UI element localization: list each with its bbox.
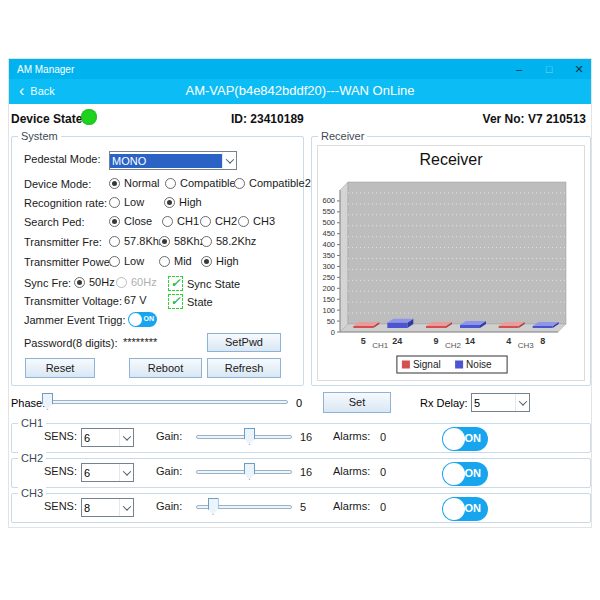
radio-searchped-ch2[interactable]: CH2 (200, 215, 237, 227)
phase-label: Phase: (11, 397, 45, 409)
svg-text:350: 350 (322, 251, 335, 260)
transmitter-fre-label: Transmitter Fre: (24, 236, 102, 248)
sync-fre-row: Sync Fre: 50Hz 60Hz ✓Sync State (12, 275, 303, 291)
ch1-gain-value: 16 (300, 431, 312, 443)
radio-recognition-low[interactable]: Low (109, 196, 144, 208)
radio-fre-58-2[interactable]: 58.2Khz (201, 235, 256, 247)
system-panel-title: System (18, 130, 61, 142)
maximize-icon[interactable]: □ (541, 63, 557, 75)
svg-text:8: 8 (540, 336, 545, 346)
radio-device-compatible1[interactable]: Compatible1 (165, 177, 242, 189)
title-bar: AM Manager – □ ✕ (9, 59, 591, 79)
search-ped-label: Search Ped: (24, 216, 85, 228)
app-title: AM Manager (17, 64, 74, 75)
minimize-icon[interactable]: – (511, 63, 527, 75)
slider-thumb[interactable] (42, 393, 53, 410)
setpwd-button[interactable]: SetPwd (207, 333, 281, 352)
transmitter-voltage-value: 67 V (124, 294, 147, 306)
nav-bar: ‹ Back AM-VAP(b4e842bddf20)---WAN OnLine (9, 79, 591, 104)
phase-value: 0 (296, 397, 302, 409)
ch3-alarms-value: 0 (380, 501, 386, 513)
radio-searchped-ch1[interactable]: CH1 (162, 215, 199, 227)
close-icon[interactable]: ✕ (571, 63, 587, 76)
svg-text:50: 50 (327, 317, 335, 326)
slider-thumb[interactable] (244, 463, 255, 480)
radio-sync-60hz: 60Hz (116, 276, 157, 288)
radio-device-compatible2[interactable]: Compatible2 (234, 177, 311, 189)
device-id: ID: 23410189 (231, 112, 304, 126)
svg-text:250: 250 (322, 273, 335, 282)
receiver-panel-title: Receiver (318, 130, 367, 142)
state-check[interactable]: ✓State (168, 294, 213, 309)
transmitter-voltage-row: Transmitter Voltage: 67 V ✓State (12, 293, 303, 309)
svg-text:100: 100 (322, 306, 335, 315)
sync-state-check[interactable]: ✓Sync State (168, 276, 240, 291)
chevron-down-icon (515, 394, 529, 411)
jammer-label: Jammer Event Trigg: (24, 314, 125, 326)
device-state-indicator (81, 109, 97, 125)
radio-power-high[interactable]: High (201, 255, 239, 267)
ch1-panel-title: CH1 (18, 417, 46, 429)
radio-fre-58[interactable]: 58Khz (159, 235, 205, 247)
toggle-knob (443, 428, 465, 450)
radio-searchped-ch3[interactable]: CH3 (238, 215, 275, 227)
reset-button[interactable]: Reset (25, 358, 95, 378)
gain-label: Gain: (156, 430, 182, 442)
svg-text:600: 600 (322, 196, 335, 205)
check-icon: ✓ (168, 276, 183, 291)
radio-searchped-close[interactable]: Close (109, 215, 152, 227)
recognition-rate-row: Recognition rate: Low High (12, 195, 303, 211)
radio-fre-57-8[interactable]: 57.8Khz (109, 235, 164, 247)
pedestal-mode-select[interactable]: MONO (109, 151, 237, 170)
ch3-toggle[interactable]: ON (442, 497, 488, 521)
pedestal-mode-row: Pedestal Mode: MONO (12, 151, 303, 167)
refresh-button[interactable]: Refresh (207, 358, 281, 378)
alarms-label: Alarms: (333, 500, 370, 512)
radio-power-low[interactable]: Low (109, 255, 144, 267)
rx-delay-label: Rx Delay: (420, 397, 468, 409)
toggle-knob (443, 498, 465, 520)
phase-slider[interactable] (42, 393, 288, 411)
ch3-gain-slider[interactable] (196, 498, 292, 516)
ch2-gain-slider[interactable] (196, 463, 292, 481)
system-panel: System Pedestal Mode: MONO Device Mode: … (11, 136, 304, 386)
set-button[interactable]: Set (323, 392, 391, 413)
svg-text:24: 24 (392, 336, 402, 346)
radio-recognition-high[interactable]: High (164, 196, 202, 208)
gain-label: Gain: (156, 465, 182, 477)
ch2-sens-select[interactable]: 6 (81, 463, 134, 482)
transmitter-voltage-label: Transmitter Voltage: (24, 295, 122, 307)
radio-device-normal[interactable]: Normal (109, 177, 159, 189)
password-value: ******** (123, 336, 157, 348)
toggle-knob (129, 313, 142, 326)
sens-label: SENS: (44, 465, 77, 477)
svg-text:9: 9 (433, 336, 438, 346)
radio-sync-50hz[interactable]: 50Hz (74, 276, 115, 288)
svg-text:300: 300 (322, 262, 335, 271)
ch3-sens-select[interactable]: 8 (81, 498, 134, 517)
ch3-gain-value: 5 (300, 501, 306, 513)
slider-thumb[interactable] (244, 428, 255, 445)
device-mode-row: Device Mode: Normal Compatible1 Compatib… (12, 176, 303, 192)
slider-thumb[interactable] (208, 498, 219, 515)
ch1-gain-slider[interactable] (196, 428, 292, 446)
ch1-toggle[interactable]: ON (442, 427, 488, 451)
svg-text:CH2: CH2 (445, 341, 462, 350)
ch2-toggle[interactable]: ON (442, 462, 488, 486)
reboot-button[interactable]: Reboot (129, 358, 202, 378)
radio-power-mid[interactable]: Mid (159, 255, 192, 267)
receiver-panel: Receiver Receiver 0501001502002503003504… (311, 136, 591, 386)
rx-delay-select[interactable]: 5 (471, 393, 530, 412)
ch1-panel: CH1 SENS: 6 Gain: 16 Alarms: 0 ON (11, 423, 591, 453)
recognition-rate-label: Recognition rate: (24, 197, 107, 209)
svg-text:400: 400 (322, 240, 335, 249)
ch3-panel-title: CH3 (18, 487, 46, 499)
svg-text:150: 150 (322, 295, 335, 304)
svg-text:200: 200 (322, 284, 335, 293)
ch1-sens-select[interactable]: 6 (81, 428, 134, 447)
app-window: AM Manager – □ ✕ ‹ Back AM-VAP(b4e842bdd… (8, 58, 592, 528)
chevron-down-icon (222, 152, 236, 169)
sens-label: SENS: (44, 500, 77, 512)
svg-text:550: 550 (322, 207, 335, 216)
jammer-toggle[interactable]: ON (128, 312, 157, 327)
